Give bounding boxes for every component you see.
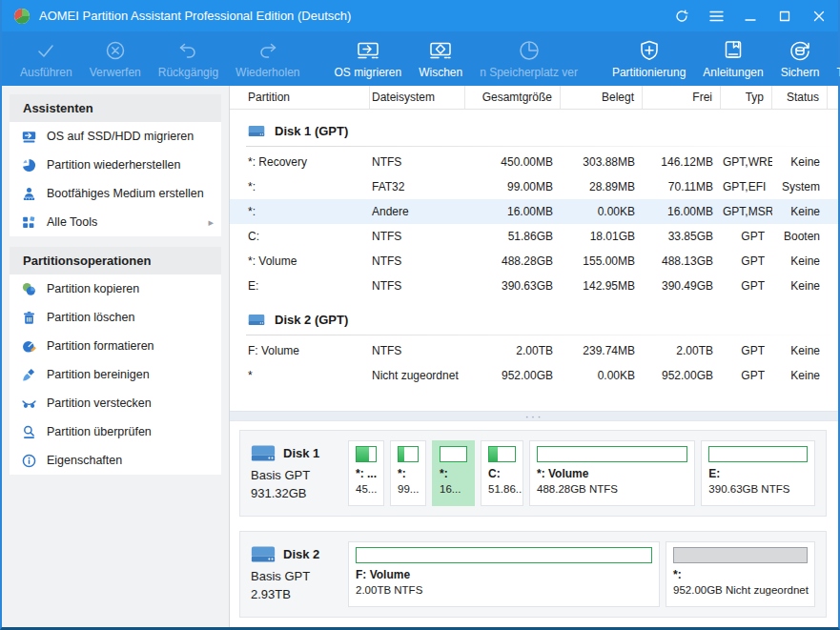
partition-block[interactable]: *:16... xyxy=(432,440,475,506)
check-partition-icon xyxy=(22,425,36,439)
sidebar-item-partition-verstecken[interactable]: Partition verstecken xyxy=(10,389,221,417)
clean-partition-icon xyxy=(22,368,36,382)
cell-partition: F: Volume xyxy=(246,344,370,357)
refresh xyxy=(675,10,688,23)
sidebar-section-header: Assistenten xyxy=(10,94,221,122)
sidebar-item-partition-formatieren[interactable]: Partition formatieren xyxy=(10,332,221,360)
column-header-status[interactable]: Status xyxy=(772,86,828,109)
cell-belegt: 18.01GB xyxy=(561,230,643,243)
toolbar-button-label: Wiederholen xyxy=(236,66,299,79)
disk-bus-type: Basis GPT xyxy=(251,569,348,583)
wipe-disk-icon xyxy=(427,38,454,63)
cell-gesamtgr-e: 450.00MB xyxy=(465,155,561,169)
partition-block[interactable]: E:390.63GB NTFS xyxy=(701,440,815,506)
undo-icon xyxy=(175,38,200,63)
column-header-belegt[interactable]: Belegt xyxy=(561,86,643,109)
partition-blocks: F: Volume2.00TB NTFS*:952.00GB Nicht zug… xyxy=(348,541,815,607)
column-header-dateisystem[interactable]: Dateisystem xyxy=(370,86,465,109)
disk-group-heading[interactable]: Disk 1 (GPT) xyxy=(230,110,838,144)
splitter-handle-icon: ··· xyxy=(525,414,543,419)
usage-bar-fill xyxy=(399,447,404,461)
partition-row[interactable]: *Nicht zugeordnet952.00GB0.00KB952.00GBG… xyxy=(230,363,838,388)
maximize-button[interactable] xyxy=(777,9,792,24)
cell-dateisystem: Nicht zugeordnet xyxy=(370,369,465,382)
sidebar-item-bootf-higes-medium-erstellen[interactable]: Bootfähiges Medium erstellen xyxy=(10,179,221,208)
sidebar-item-eigenschaften[interactable]: Eigenschaften xyxy=(10,446,221,475)
cell-status: Keine xyxy=(772,205,828,218)
partition-row[interactable]: *: RecoveryNTFS450.00MB303.88MB146.12MBG… xyxy=(230,150,838,174)
column-header-frei[interactable]: Frei xyxy=(643,86,721,109)
menu-button[interactable] xyxy=(708,9,724,24)
usage-bar xyxy=(673,547,808,563)
close xyxy=(813,10,825,22)
partition-row[interactable]: C:NTFS51.86GB18.01GB33.85GBGPTBooten xyxy=(230,224,838,249)
sidebar-item-partition-bereinigen[interactable]: Partition bereinigen xyxy=(10,360,221,389)
menu xyxy=(709,10,724,22)
partition-row[interactable]: F: VolumeNTFS2.00TB239.74MB2.00TBGPTKein… xyxy=(230,338,838,363)
sidebar-item-partition-wiederherstellen[interactable]: Partition wiederherstellen xyxy=(10,151,221,179)
sidebar-item-label: Partition löschen xyxy=(47,311,134,324)
partition-block[interactable]: F: Volume2.00TB NTFS xyxy=(348,541,660,607)
toolbar-button-r-ckg-ngig[interactable]: Rückgängig xyxy=(150,31,227,86)
toolbar-button-wiederholen[interactable]: Wiederholen xyxy=(227,31,308,86)
toolbar-button-anleitungen[interactable]: Anleitungen xyxy=(694,31,771,86)
toolbar-button-wischen[interactable]: Wischen xyxy=(410,31,471,86)
partition-row[interactable]: *: VolumeNTFS488.28GB155.00MB488.13GBGPT… xyxy=(230,249,838,274)
cell-frei: 70.11MB xyxy=(643,180,721,193)
cell-gesamtgr-e: 952.00GB xyxy=(465,369,561,382)
cell-dateisystem: NTFS xyxy=(370,254,465,268)
close-button[interactable] xyxy=(811,9,827,24)
toolbar-button-label: Verwerfen xyxy=(90,66,141,79)
column-header-gesamtgr-e[interactable]: Gesamtgröße xyxy=(465,86,561,109)
column-header-typ[interactable]: Typ xyxy=(721,86,772,109)
cell-dateisystem: Andere xyxy=(370,205,465,218)
sidebar-item-partition-kopieren[interactable]: Partition kopieren xyxy=(10,274,221,303)
cell-partition: * xyxy=(246,369,370,382)
toolbar-button-label: n Speicherplatz ver xyxy=(480,66,578,79)
sidebar-item-partition-berpr-fen[interactable]: Partition überprüfen xyxy=(10,417,221,446)
partition-row[interactable]: *:Andere16.00MB0.00KB16.00MBGPT,MSRKeine xyxy=(230,199,838,224)
pane-splitter[interactable]: ··· xyxy=(230,411,838,421)
migrate-disk-icon xyxy=(22,130,36,144)
disk-map: Disk 1Basis GPT931.32GB*: ...45...*:99..… xyxy=(230,421,838,627)
cell-typ: GPT,EFI xyxy=(721,180,772,193)
cell-belegt: 28.89MB xyxy=(561,180,643,193)
partition-block[interactable]: C:51.86... xyxy=(481,440,523,506)
cell-frei: 16.00MB xyxy=(643,205,721,218)
partition-row[interactable]: *:FAT3299.00MB28.89MB70.11MBGPT,EFISyste… xyxy=(230,174,838,199)
cell-dateisystem: NTFS xyxy=(370,155,465,169)
partition-block[interactable]: *: ...45... xyxy=(348,440,384,506)
cell-belegt: 155.00MB xyxy=(561,254,643,268)
column-header-partition[interactable]: Partition xyxy=(246,86,370,109)
free-space-icon xyxy=(517,38,542,63)
backup-icon xyxy=(788,38,812,63)
partition-row[interactable]: E:NTFS390.63GB142.95MB390.49GBGPTKeine xyxy=(230,274,838,298)
partition-block-size: 390.63GB NTFS xyxy=(708,483,808,495)
partition-block[interactable]: *:99... xyxy=(390,440,426,506)
toolbar-button-partitionierung[interactable]: Partitionierung xyxy=(604,31,694,86)
toolbar-button-verwerfen[interactable]: Verwerfen xyxy=(81,31,150,86)
disk-info[interactable]: Disk 1Basis GPT931.32GB xyxy=(251,440,348,506)
sidebar-item-alle-tools[interactable]: Alle Tools▸ xyxy=(10,208,221,236)
toolbar-button-os-migrieren[interactable]: OS migrieren xyxy=(325,31,410,86)
partition-block-size: 2.00TB NTFS xyxy=(356,584,652,596)
disk-name: Disk 2 xyxy=(283,547,319,561)
refresh-button[interactable] xyxy=(674,9,689,24)
sidebar-item-os-auf-ssd-hdd-migrieren[interactable]: OS auf SSD/HDD migrieren xyxy=(10,122,221,151)
toolbar-button-n-speicherplatz-ver[interactable]: n Speicherplatz ver xyxy=(471,31,586,86)
cell-typ: GPT xyxy=(721,369,772,382)
toolbar-button-sichern[interactable]: Sichern xyxy=(772,31,829,86)
cell-dateisystem: FAT32 xyxy=(370,180,465,193)
disk-info[interactable]: Disk 2Basis GPT2.93TB xyxy=(251,541,348,607)
sidebar-item-partition-l-schen[interactable]: Partition löschen xyxy=(10,303,221,332)
cell-status: Keine xyxy=(772,369,828,382)
partition-block[interactable]: *:952.00GB Nicht zugeordnet xyxy=(666,541,815,607)
toolbar-button-ausf-hren[interactable]: Ausführen xyxy=(11,31,81,86)
minimize-button[interactable] xyxy=(743,9,758,24)
sidebar-item-label: Partition wiederherstellen xyxy=(47,158,180,172)
cell-typ: GPT xyxy=(721,344,772,357)
disk-group-heading[interactable]: Disk 2 (GPT) xyxy=(230,298,838,333)
toolbar-button-tools[interactable]: Tools xyxy=(828,31,840,86)
sidebar-item-label: Partition formatieren xyxy=(47,339,154,353)
partition-block[interactable]: *: Volume488.28GB NTFS xyxy=(529,440,695,506)
